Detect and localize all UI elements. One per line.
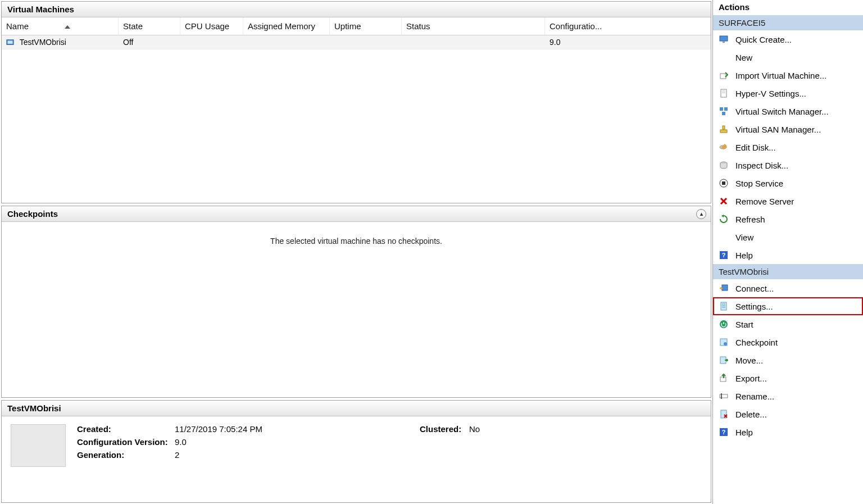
action-label: Refresh <box>735 215 765 224</box>
vm-table-header: Name State CPU Usage Assigned Memory Upt… <box>2 17 711 35</box>
vm-cell-status <box>402 35 545 49</box>
action-connect[interactable]: Connect... <box>713 279 863 297</box>
details-title: TestVMObrisi <box>7 403 61 413</box>
connect-icon <box>719 283 729 293</box>
action-label: New <box>735 53 752 62</box>
action-import-vm[interactable]: Import Virtual Machine... <box>713 66 863 84</box>
action-refresh[interactable]: Refresh <box>713 210 863 228</box>
column-header-uptime[interactable]: Uptime <box>330 17 402 35</box>
action-label: Import Virtual Machine... <box>735 71 826 80</box>
vm-cell-cpu <box>180 35 243 49</box>
action-export[interactable]: Export... <box>713 369 863 387</box>
vm-cell-mem <box>243 35 330 49</box>
generation-value: 2 <box>175 450 179 460</box>
column-header-cpu[interactable]: CPU Usage <box>180 17 243 35</box>
checkpoints-header: Checkpoints ▴ <box>2 206 711 222</box>
action-vswitch[interactable]: Virtual Switch Manager... <box>713 102 863 120</box>
checkpoints-panel: Checkpoints ▴ The selected virtual machi… <box>1 206 711 398</box>
action-rename[interactable]: Rename... <box>713 387 863 405</box>
action-label: Hyper-V Settings... <box>735 89 806 98</box>
move-icon <box>719 355 729 365</box>
collapse-up-icon[interactable]: ▴ <box>696 209 706 219</box>
action-start[interactable]: Start <box>713 315 863 333</box>
action-vsan[interactable]: Virtual SAN Manager... <box>713 120 863 138</box>
vm-cell-state: Off <box>119 35 180 49</box>
action-remove-server[interactable]: Remove Server <box>713 192 863 210</box>
action-quick-create[interactable]: Quick Create... <box>713 30 863 48</box>
actions-host-header: SURFACEI5 <box>713 15 863 30</box>
action-label: Export... <box>735 374 767 383</box>
column-header-state[interactable]: State <box>119 17 180 35</box>
actions-vm-header: TestVMObrisi <box>713 264 863 279</box>
blank-icon <box>719 232 729 242</box>
action-label: Delete... <box>735 410 767 419</box>
vm-row[interactable]: TestVMObrisi Off 9.0 <box>2 35 711 49</box>
vm-panel-title: Virtual Machines <box>7 4 74 14</box>
details-body: Created: 11/27/2019 7:05:24 PM Configura… <box>2 416 711 475</box>
configver-value: 9.0 <box>175 437 187 447</box>
svg-rect-19 <box>722 285 728 290</box>
action-label: Quick Create... <box>735 35 792 44</box>
action-hyperv-settings[interactable]: Hyper-V Settings... <box>713 84 863 102</box>
svg-rect-9 <box>724 107 728 111</box>
delete-icon <box>719 409 729 419</box>
action-stop-service[interactable]: Stop Service <box>713 174 863 192</box>
svg-rect-16 <box>722 181 725 185</box>
disk-edit-icon <box>719 142 729 152</box>
action-label: Virtual Switch Manager... <box>735 107 829 116</box>
action-label: Inspect Disk... <box>735 161 788 170</box>
svg-rect-1 <box>8 41 13 44</box>
sheet-icon <box>719 88 729 98</box>
action-inspect-disk[interactable]: Inspect Disk... <box>713 156 863 174</box>
action-checkpoint[interactable]: Checkpoint <box>713 333 863 351</box>
svg-rect-29 <box>720 394 728 398</box>
actions-title: Actions <box>713 0 863 15</box>
x-icon <box>719 196 729 206</box>
blank-icon <box>719 52 729 62</box>
action-label: Connect... <box>735 284 774 293</box>
created-label: Created: <box>77 424 170 434</box>
svg-text:?: ? <box>722 252 726 258</box>
actions-pane: Actions SURFACEI5 Quick Create...NewImpo… <box>712 0 863 504</box>
action-settings[interactable]: Settings... <box>713 297 863 315</box>
column-header-memory[interactable]: Assigned Memory <box>243 17 330 35</box>
action-label: Move... <box>735 356 763 365</box>
vm-panel-header: Virtual Machines <box>2 2 711 17</box>
action-label: Checkpoint <box>735 338 778 347</box>
details-header: TestVMObrisi <box>2 401 711 416</box>
sort-ascending-icon <box>65 25 70 29</box>
svg-rect-10 <box>722 112 725 115</box>
column-header-status[interactable]: Status <box>402 17 545 35</box>
vm-thumbnail <box>11 424 66 467</box>
column-header-name[interactable]: Name <box>2 17 119 35</box>
action-view[interactable]: View <box>713 228 863 246</box>
details-right-column: Clustered: No <box>420 424 480 467</box>
power-icon <box>719 319 729 329</box>
svg-point-26 <box>724 342 727 346</box>
action-edit-disk[interactable]: Edit Disk... <box>713 138 863 156</box>
clustered-value: No <box>469 424 480 434</box>
svg-rect-5 <box>721 89 726 97</box>
host-actions-list: Quick Create...NewImport Virtual Machine… <box>713 30 863 264</box>
action-delete[interactable]: Delete... <box>713 405 863 423</box>
disk-icon <box>719 160 729 170</box>
action-label: Remove Server <box>735 197 794 206</box>
virtual-machines-panel: Virtual Machines Name State CPU Usage As… <box>1 1 711 203</box>
vm-details-panel: TestVMObrisi Created: 11/27/2019 7:05:24… <box>1 400 711 503</box>
svg-rect-11 <box>720 130 727 133</box>
generation-label: Generation: <box>77 450 170 460</box>
help-icon: ? <box>719 250 729 260</box>
help-icon: ? <box>719 427 729 437</box>
svg-rect-12 <box>723 126 725 129</box>
svg-text:?: ? <box>722 429 726 435</box>
action-help-host[interactable]: ?Help <box>713 246 863 264</box>
refresh-icon <box>719 214 729 224</box>
column-header-configuration[interactable]: Configuratio... <box>545 17 711 35</box>
action-move[interactable]: Move... <box>713 351 863 369</box>
svg-rect-3 <box>723 42 725 43</box>
vm-cell-config: 9.0 <box>545 35 711 49</box>
switch-icon <box>719 106 729 116</box>
checkpoints-empty-message: The selected virtual machine has no chec… <box>2 222 711 397</box>
action-new[interactable]: New <box>713 48 863 66</box>
action-help-vm[interactable]: ?Help <box>713 423 863 441</box>
